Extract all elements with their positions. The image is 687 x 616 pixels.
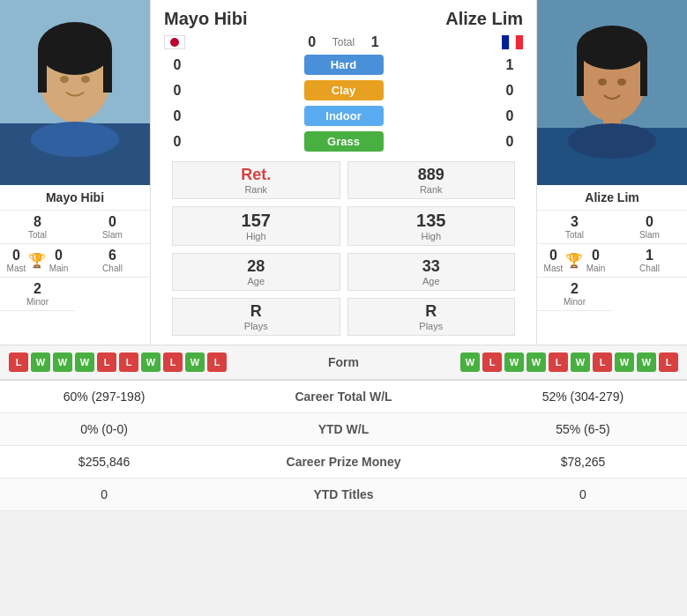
right-mast-label: Mast	[544, 263, 564, 273]
left-total-box: 8 Total	[0, 211, 75, 244]
right-form-badges: WLWWLWLWWL	[397, 353, 679, 372]
left-minor-label: Minor	[5, 297, 70, 307]
right-flag-icon	[502, 35, 523, 49]
left-slam-value: 0	[80, 214, 145, 230]
left-ytd-wl: 0% (0-0)	[0, 413, 208, 446]
left-age-value: 28	[178, 257, 334, 276]
grass-score-right: 0	[497, 134, 523, 150]
left-prize: $255,846	[0, 446, 208, 479]
left-total-value: 8	[5, 214, 70, 230]
svg-rect-15	[640, 48, 647, 96]
flag-score-row: 0 Total 1	[151, 33, 536, 52]
left-slam-box: 0 Slam	[75, 211, 150, 244]
left-minor-value: 2	[5, 281, 70, 297]
svg-point-16	[598, 78, 607, 85]
main-container: Mayo Hibi 8 Total 0 Slam 0 Mast 🏆	[0, 0, 687, 511]
left-main-sub: 0 Main	[49, 248, 69, 273]
right-stats-grid: 3 Total 0 Slam 0 Mast 🏆 0 Main	[537, 211, 687, 311]
right-minor-value: 2	[542, 281, 607, 297]
clay-row: 0 Clay 0	[151, 78, 536, 103]
svg-rect-4	[38, 48, 47, 93]
indoor-score-right: 0	[497, 108, 523, 124]
left-age-box: 28 Age	[172, 253, 340, 291]
right-total-value: 3	[542, 214, 607, 230]
left-plays-label: Plays	[178, 321, 334, 331]
left-stats-grid: 8 Total 0 Slam 0 Mast 🏆 0 Main	[0, 211, 150, 311]
form-section: LWWWLLWLWL Form WLWWLWLWWL	[0, 345, 687, 380]
right-age-box: 33 Age	[347, 253, 516, 291]
right-ytd-wl: 55% (6-5)	[479, 413, 687, 446]
right-total-box: 3 Total	[537, 211, 612, 244]
right-main-sub: 0 Main	[586, 248, 606, 273]
right-player-name: Alize Lim	[537, 185, 687, 211]
right-trophy-icon: 🏆	[565, 252, 583, 269]
prize-label: Career Prize Money	[208, 446, 479, 479]
right-high-label: High	[354, 231, 510, 241]
left-plays-box: R Plays	[172, 298, 340, 336]
right-mast-value: 0	[544, 248, 564, 263]
left-chall-box: 6 Chall	[75, 244, 150, 278]
form-label: Form	[291, 355, 397, 369]
right-player-image	[537, 0, 687, 185]
right-rank-box: 889 Rank	[347, 161, 516, 199]
right-chall-box: 1 Chall	[612, 244, 687, 278]
indoor-row: 0 Indoor 0	[151, 103, 536, 129]
svg-point-17	[617, 78, 626, 85]
form-badge-w: W	[571, 353, 590, 372]
left-mast-label: Mast	[7, 263, 26, 273]
svg-point-19	[568, 123, 656, 159]
right-rank-label: Rank	[354, 184, 510, 195]
svg-point-7	[81, 76, 90, 83]
right-minor-box: 2 Minor	[537, 278, 612, 311]
high-row: 157 High 135 High	[151, 203, 536, 249]
left-main-value: 0	[49, 248, 69, 263]
left-minor-box: 2 Minor	[0, 278, 75, 311]
hard-button[interactable]: Hard	[304, 55, 384, 75]
right-slam-value: 0	[617, 214, 682, 230]
right-main-value: 0	[586, 248, 606, 263]
left-mast-value: 0	[7, 248, 26, 263]
right-rank-value: 889	[354, 166, 510, 184]
form-badge-l: L	[482, 353, 502, 372]
form-badge-w: W	[460, 353, 480, 372]
grass-row: 0 Grass 0	[151, 129, 536, 154]
left-high-label: High	[178, 231, 334, 241]
total-score-right: 1	[362, 34, 388, 50]
left-player-image	[0, 0, 150, 185]
center-column: Mayo Hibi Alize Lim 0 Total 1 0 Hard 1	[150, 0, 537, 345]
left-career-wl: 60% (297-198)	[0, 381, 208, 413]
hard-score-left: 0	[164, 57, 190, 73]
left-chall-value: 6	[80, 248, 145, 263]
plays-row: R Plays R Plays	[151, 294, 536, 345]
right-ytd-titles: 0	[479, 479, 687, 511]
left-high-box: 157 High	[172, 206, 340, 246]
hard-score-right: 1	[497, 57, 523, 73]
right-main-label: Main	[586, 263, 606, 273]
clay-button[interactable]: Clay	[304, 80, 384, 100]
indoor-button[interactable]: Indoor	[304, 106, 384, 126]
total-label: Total	[332, 36, 355, 48]
right-age-label: Age	[354, 276, 510, 286]
career-wl-row: 60% (297-198) Career Total W/L 52% (304-…	[0, 381, 687, 413]
right-plays-label: Plays	[354, 321, 510, 331]
left-player-name-center: Mayo Hibi	[164, 9, 247, 29]
right-career-wl: 52% (304-279)	[479, 381, 687, 413]
form-badge-l: L	[207, 353, 227, 372]
right-slam-label: Slam	[617, 230, 682, 240]
rank-high-row: Ret. Rank 889 Rank	[151, 154, 536, 203]
form-badge-w: W	[615, 353, 634, 372]
left-total-label: Total	[5, 230, 70, 240]
clay-score-right: 0	[497, 83, 523, 99]
form-badge-w: W	[185, 353, 205, 372]
total-scores: 0 Total 1	[299, 34, 388, 50]
right-chall-value: 1	[617, 248, 682, 263]
left-ytd-titles: 0	[0, 479, 208, 511]
left-rank-label: Rank	[178, 184, 334, 195]
form-badge-l: L	[659, 353, 678, 372]
right-minor-label: Minor	[542, 297, 607, 307]
indoor-score-left: 0	[164, 108, 190, 124]
bottom-stats: 60% (297-198) Career Total W/L 52% (304-…	[0, 380, 687, 511]
clay-score-left: 0	[164, 83, 190, 99]
grass-button[interactable]: Grass	[304, 131, 384, 152]
left-player-photo	[0, 0, 150, 185]
